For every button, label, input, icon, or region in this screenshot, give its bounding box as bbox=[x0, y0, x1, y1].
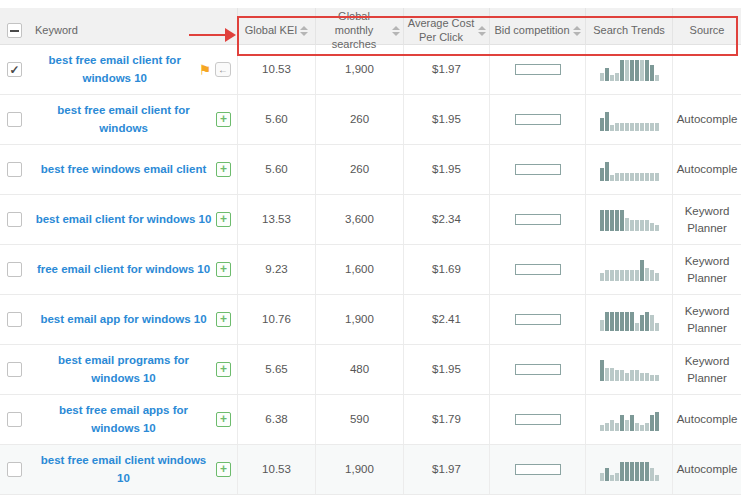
trend-bar bbox=[645, 373, 649, 381]
row-checkbox[interactable]: ✓ bbox=[7, 362, 22, 377]
keyword-link[interactable]: best email programs for windows 10 bbox=[35, 352, 212, 388]
trend-bar bbox=[620, 312, 624, 330]
trend-bar bbox=[640, 462, 644, 480]
sort-icon[interactable] bbox=[300, 26, 308, 36]
trend-bar bbox=[635, 173, 639, 181]
trend-bar bbox=[640, 373, 644, 381]
keyword-cell: ✓ best free windows email client + bbox=[0, 145, 237, 194]
row-checkbox[interactable]: ✓ bbox=[7, 312, 22, 327]
trend-bar bbox=[635, 370, 639, 380]
trend-bar bbox=[655, 412, 659, 430]
keyword-table: Keyword Global KEI Global monthly search… bbox=[0, 8, 741, 496]
add-keyword-icon[interactable]: + bbox=[216, 262, 231, 277]
trend-bar bbox=[610, 75, 614, 80]
keyword-cell: ✓ best email app for windows 10 + bbox=[0, 295, 237, 344]
keyword-link[interactable]: best free email client windows 10 bbox=[35, 452, 212, 488]
trend-bar bbox=[620, 415, 624, 431]
trend-bar bbox=[645, 60, 649, 81]
flag-icon[interactable]: ⚑ bbox=[198, 63, 211, 77]
add-keyword-icon[interactable]: + bbox=[216, 312, 231, 327]
trend-bar bbox=[610, 420, 614, 430]
keyword-cell: ✓ best free email client for windows 10 … bbox=[0, 45, 237, 94]
trend-bar bbox=[615, 73, 619, 81]
row-checkbox[interactable]: ✓ bbox=[7, 262, 22, 277]
table-row: ✓ best email app for windows 10 + 10.76 … bbox=[0, 295, 741, 345]
search-trends-cell bbox=[585, 195, 672, 244]
trend-bar bbox=[655, 75, 659, 80]
trend-bar bbox=[645, 462, 649, 480]
trend-bar bbox=[605, 210, 609, 231]
monthly-searches-value: 590 bbox=[315, 395, 403, 444]
row-checkbox[interactable]: ✓ bbox=[7, 212, 22, 227]
select-all-checkbox[interactable] bbox=[7, 23, 22, 38]
keyword-link[interactable]: best email client for windows 10 bbox=[35, 211, 212, 229]
header-search-trends-label: Search Trends bbox=[593, 24, 665, 38]
trend-bar bbox=[625, 312, 629, 330]
trend-bar bbox=[630, 173, 634, 181]
trend-bar bbox=[600, 320, 604, 330]
add-keyword-icon[interactable]: + bbox=[216, 412, 231, 427]
keyword-link[interactable]: best free windows email client bbox=[35, 161, 212, 179]
trend-bar bbox=[610, 210, 614, 231]
sort-icon[interactable] bbox=[573, 26, 581, 36]
trend-bar bbox=[620, 270, 624, 280]
search-trends-cell bbox=[585, 345, 672, 394]
add-keyword-icon[interactable]: + bbox=[216, 462, 231, 477]
add-keyword-icon[interactable]: + bbox=[216, 112, 231, 127]
trend-bar bbox=[630, 370, 634, 380]
indeterminate-mark-icon bbox=[10, 30, 19, 32]
global-kei-value: 6.38 bbox=[237, 395, 315, 444]
bid-competition-bar bbox=[515, 364, 561, 375]
keyword-link[interactable]: best free email client for windows bbox=[35, 102, 212, 138]
keyword-link[interactable]: free email client for windows 10 bbox=[35, 261, 212, 279]
cpc-value: $1.69 bbox=[403, 245, 489, 294]
sort-icon[interactable] bbox=[478, 26, 486, 36]
row-checkbox[interactable]: ✓ bbox=[7, 412, 22, 427]
trend-bar bbox=[610, 125, 614, 130]
trend-bar bbox=[615, 312, 619, 330]
keyword-link[interactable]: best free email apps for windows 10 bbox=[35, 402, 212, 438]
trend-bar bbox=[645, 423, 649, 431]
trend-bar bbox=[655, 475, 659, 480]
keyword-link[interactable]: best free email client for windows 10 bbox=[35, 52, 194, 88]
search-trends-cell bbox=[585, 245, 672, 294]
global-kei-value: 5.60 bbox=[237, 95, 315, 144]
trend-bar bbox=[600, 210, 604, 231]
row-checkbox[interactable]: ✓ bbox=[7, 112, 22, 127]
trend-bar bbox=[625, 218, 629, 231]
trend-bar bbox=[630, 60, 634, 81]
keyword-icons: ⚑← bbox=[198, 62, 231, 77]
row-checkbox[interactable]: ✓ bbox=[7, 62, 22, 77]
keyword-icons: + bbox=[216, 312, 231, 327]
sort-icon[interactable] bbox=[392, 26, 400, 36]
search-trends-cell bbox=[585, 95, 672, 144]
bid-competition-cell bbox=[489, 245, 585, 294]
trend-bar bbox=[625, 60, 629, 81]
trend-bar bbox=[645, 220, 649, 230]
source-value bbox=[672, 45, 741, 94]
trend-bar bbox=[650, 375, 654, 380]
monthly-searches-value: 260 bbox=[315, 95, 403, 144]
add-keyword-icon[interactable]: + bbox=[216, 212, 231, 227]
bid-competition-cell bbox=[489, 345, 585, 394]
search-trends-cell bbox=[585, 295, 672, 344]
bid-competition-cell bbox=[489, 195, 585, 244]
trend-bar bbox=[630, 270, 634, 280]
source-value: Autocomple bbox=[672, 95, 741, 144]
row-checkbox[interactable]: ✓ bbox=[7, 162, 22, 177]
search-trends-chart bbox=[600, 209, 659, 231]
search-trends-cell bbox=[585, 395, 672, 444]
trend-bar bbox=[630, 415, 634, 431]
keyword-icons: + bbox=[216, 462, 231, 477]
move-back-icon[interactable]: ← bbox=[215, 62, 231, 77]
add-keyword-icon[interactable]: + bbox=[216, 162, 231, 177]
trend-bar bbox=[655, 375, 659, 380]
trend-bar bbox=[620, 462, 624, 480]
annotation-arrow-line bbox=[189, 34, 226, 36]
add-keyword-icon[interactable]: + bbox=[216, 362, 231, 377]
source-value: Keyword Planner bbox=[672, 195, 741, 244]
trend-bar bbox=[605, 270, 609, 280]
keyword-link[interactable]: best email app for windows 10 bbox=[35, 311, 212, 329]
table-row: ✓ best free email client for windows + 5… bbox=[0, 95, 741, 145]
row-checkbox[interactable]: ✓ bbox=[7, 462, 22, 477]
